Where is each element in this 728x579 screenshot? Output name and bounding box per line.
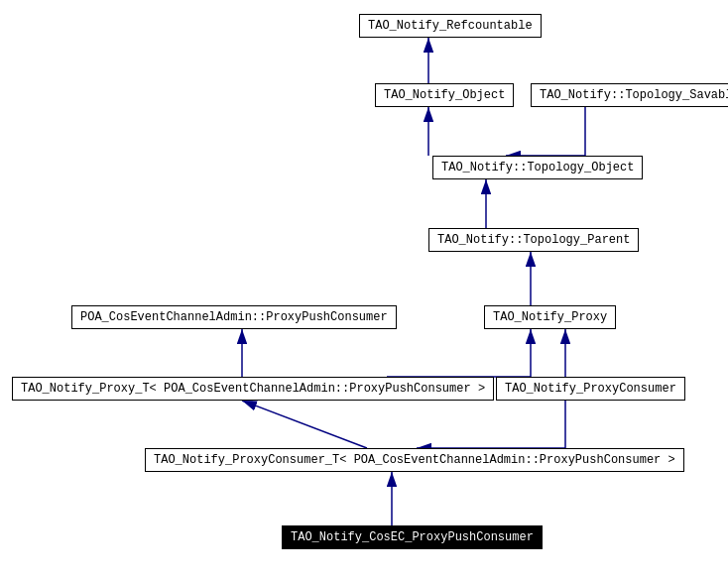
node-proxy-t: TAO_Notify_Proxy_T< POA_CosEventChannelA… xyxy=(12,377,494,401)
node-refcountable: TAO_Notify_Refcountable xyxy=(359,14,542,38)
node-proxy-consumer-t: TAO_Notify_ProxyConsumer_T< POA_CosEvent… xyxy=(145,448,684,472)
node-topology-object: TAO_Notify::Topology_Object xyxy=(432,156,643,179)
node-topology-parent: TAO_Notify::Topology_Parent xyxy=(428,228,639,252)
node-topology-savable: TAO_Notify::Topology_Savable xyxy=(531,83,728,107)
node-tao-proxy: TAO_Notify_Proxy xyxy=(484,305,616,329)
node-cosec-proxy: TAO_Notify_CosEC_ProxyPushConsumer xyxy=(282,525,543,549)
node-object: TAO_Notify_Object xyxy=(375,83,514,107)
node-poa-proxypush: POA_CosEventChannelAdmin::ProxyPushConsu… xyxy=(71,305,397,329)
node-proxy-consumer: TAO_Notify_ProxyConsumer xyxy=(496,377,685,401)
diagram-container: TAO_Notify_Refcountable TAO_Notify_Objec… xyxy=(0,0,728,579)
svg-line-11 xyxy=(242,401,367,448)
